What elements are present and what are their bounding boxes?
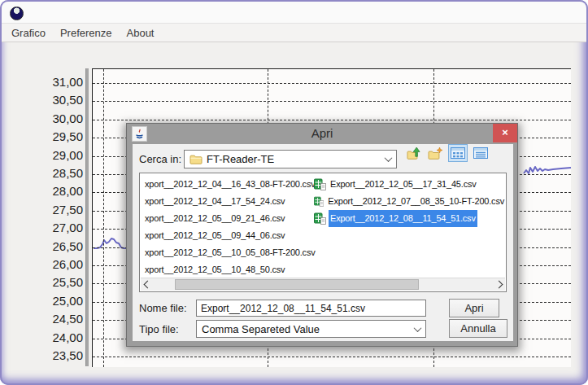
y-tick-label: 27,00 bbox=[23, 221, 83, 235]
y-tick-label: 28,00 bbox=[23, 184, 83, 199]
file-name-label: Nome file: bbox=[139, 302, 187, 314]
chevron-down-icon bbox=[414, 324, 422, 332]
file-type-value: Comma Separeted Value bbox=[202, 323, 411, 335]
y-tick-label: 29,50 bbox=[23, 129, 83, 144]
globe-icon bbox=[10, 7, 24, 20]
csv-file-icon bbox=[314, 195, 324, 208]
menu-bar: GraficoPreferenzeAbout bbox=[2, 24, 586, 42]
scroll-right-icon[interactable] bbox=[492, 278, 505, 291]
close-icon[interactable]: × bbox=[493, 124, 517, 142]
horizontal-scrollbar[interactable] bbox=[141, 278, 505, 291]
new-folder-icon[interactable] bbox=[425, 144, 445, 162]
file-name: Export__2012_12_08__11_54_51.csv bbox=[329, 210, 477, 227]
y-axis-labels: 31,0030,5030,0029,5029,0028,5028,0027,50… bbox=[23, 0, 83, 385]
file-item[interactable]: xport__2012_12_04__16_43_08-FT-200.csv bbox=[143, 176, 312, 193]
file-item-selected[interactable]: Export__2012_12_08__11_54_51.csv bbox=[314, 210, 506, 227]
file-name-input[interactable] bbox=[196, 300, 426, 317]
file-name: Export__2012_12_07__08_35_10-FT-200.csv bbox=[326, 193, 506, 210]
dialog-title-bar[interactable]: Apri × bbox=[127, 124, 517, 144]
series-right-segment bbox=[524, 167, 571, 173]
file-item[interactable]: xport__2012_12_05__10_05_08-FT-200.csv bbox=[143, 244, 312, 261]
folder-icon bbox=[189, 154, 203, 164]
csv-file-icon bbox=[314, 212, 326, 225]
file-type-combobox[interactable]: Comma Separeted Value bbox=[196, 320, 426, 338]
v-gridline bbox=[103, 69, 104, 367]
y-tick-label: 30,50 bbox=[23, 93, 83, 107]
file-item[interactable]: xport__2012_12_04__17_54_24.csv bbox=[143, 193, 312, 210]
up-folder-icon[interactable] bbox=[404, 144, 424, 162]
list-view-icon[interactable] bbox=[448, 144, 468, 162]
file-name: xport__2012_12_04__16_43_08-FT-200.csv bbox=[143, 176, 317, 193]
y-tick-label: 26,00 bbox=[23, 257, 83, 272]
y-tick-label: 29,00 bbox=[23, 148, 83, 163]
file-name: xport__2012_12_05__10_48_50.csv bbox=[143, 261, 286, 278]
chevron-down-icon bbox=[385, 154, 393, 162]
h-gridline bbox=[93, 101, 571, 102]
dialog-content: Cerca in: FT-Reader-TE bbox=[133, 144, 513, 341]
h-gridline bbox=[93, 357, 571, 357]
menu-item-about[interactable]: About bbox=[127, 27, 155, 39]
h-gridline bbox=[93, 83, 571, 84]
file-name: xport__2012_12_04__17_54_24.csv bbox=[143, 193, 286, 210]
look-in-value: FT-Reader-TE bbox=[207, 153, 381, 165]
file-name: xport__2012_12_05__09_21_46.csv bbox=[143, 210, 286, 227]
file-list-column-2: Export__2012_12_05__17_31_45.csvExport__… bbox=[314, 176, 506, 227]
file-name: Export__2012_12_05__17_31_45.csv bbox=[329, 176, 478, 193]
look-in-label: Cerca in: bbox=[139, 153, 181, 165]
file-item[interactable]: Export__2012_12_07__08_35_10-FT-200.csv bbox=[314, 193, 506, 210]
open-button[interactable]: Apri bbox=[449, 299, 499, 317]
y-tick-label: 26,50 bbox=[23, 239, 83, 254]
y-tick-label: 25,50 bbox=[23, 275, 83, 290]
file-item[interactable]: xport__2012_12_05__09_21_46.csv bbox=[143, 210, 312, 227]
y-tick-label: 30,00 bbox=[23, 112, 83, 126]
y-tick-label: 25,00 bbox=[23, 294, 83, 308]
file-type-label: Tipo file: bbox=[139, 323, 179, 335]
file-item[interactable]: Export__2012_12_05__17_31_45.csv bbox=[314, 176, 506, 193]
file-name: xport__2012_12_05__10_05_08-FT-200.csv bbox=[143, 244, 317, 261]
scroll-left-icon[interactable] bbox=[141, 278, 154, 291]
csv-file-icon bbox=[314, 178, 326, 190]
file-item[interactable]: xport__2012_12_05__10_48_50.csv bbox=[143, 261, 312, 278]
dialog-title: Apri bbox=[127, 126, 517, 140]
details-view-icon[interactable] bbox=[471, 144, 490, 162]
app-window: GraficoPreferenzeAbout 31,0030,5030,0029… bbox=[0, 0, 588, 385]
look-in-combobox[interactable]: FT-Reader-TE bbox=[184, 150, 397, 168]
scrollbar-thumb[interactable] bbox=[175, 279, 419, 290]
file-item[interactable]: xport__2012_12_05__09_44_06.csv bbox=[143, 227, 312, 244]
y-tick-label: 28,50 bbox=[23, 166, 83, 181]
y-tick-label: 31,00 bbox=[23, 75, 83, 90]
y-tick-label: 23,50 bbox=[23, 348, 83, 363]
file-list-column-1: xport__2012_12_04__16_43_08-FT-200.csvxp… bbox=[143, 176, 312, 278]
h-gridline bbox=[93, 120, 571, 120]
y-axis-line bbox=[85, 68, 89, 366]
y-tick-label: 24,00 bbox=[23, 330, 83, 345]
file-list[interactable]: xport__2012_12_04__16_43_08-FT-200.csvxp… bbox=[139, 173, 507, 292]
file-name: xport__2012_12_05__09_44_06.csv bbox=[143, 227, 286, 244]
y-tick-label: 27,50 bbox=[23, 203, 83, 217]
y-tick-label: 24,50 bbox=[23, 312, 83, 326]
title-bar bbox=[2, 2, 586, 24]
open-file-dialog: Apri × Cerca in: FT-Reader-TE bbox=[126, 123, 518, 347]
cancel-button[interactable]: Annulla bbox=[449, 319, 507, 338]
